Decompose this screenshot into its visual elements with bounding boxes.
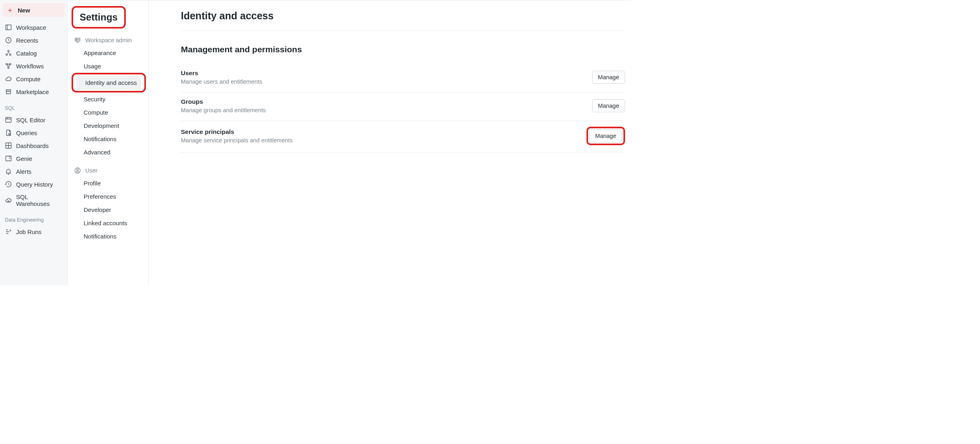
- settings-item-linked-accounts[interactable]: Linked accounts: [72, 216, 146, 230]
- clock-icon: [5, 37, 12, 44]
- admin-icon: [74, 37, 81, 44]
- annotation-highlight: Identity and access: [72, 73, 146, 92]
- storefront-icon: [5, 88, 12, 95]
- settings-item-security[interactable]: Security: [72, 92, 146, 106]
- sidebar-item-label: Alerts: [16, 168, 31, 175]
- sidebar-item-label: Queries: [16, 130, 37, 136]
- settings-item-label: Security: [84, 96, 105, 103]
- settings-item-appearance[interactable]: Appearance: [72, 46, 146, 60]
- row-title: Users: [181, 70, 262, 77]
- settings-item-profile[interactable]: Profile: [72, 177, 146, 190]
- dashboard-icon: [5, 142, 12, 149]
- settings-group-user: User: [72, 159, 146, 177]
- settings-item-compute[interactable]: Compute: [72, 106, 146, 119]
- sidebar-item-label: Marketplace: [16, 88, 49, 95]
- catalog-icon: [5, 49, 12, 57]
- manage-groups-button[interactable]: Manage: [592, 99, 625, 112]
- sidebar-item-label: Workflows: [16, 63, 44, 70]
- sidebar-item-label: Job Runs: [16, 228, 41, 235]
- divider: [181, 31, 625, 31]
- page-title: Identity and access: [181, 10, 625, 22]
- settings-item-label: Linked accounts: [84, 220, 127, 226]
- sidebar-item-sql-warehouses[interactable]: SQL Warehouses: [2, 191, 65, 210]
- sidebar-item-label: Dashboards: [16, 142, 49, 149]
- svg-point-14: [77, 169, 79, 171]
- settings-group-label: User: [85, 167, 98, 174]
- settings-item-label: Notifications: [84, 233, 117, 240]
- job-runs-icon: [5, 228, 12, 235]
- sidebar-item-label: Catalog: [16, 50, 37, 57]
- settings-group-workspace-admin: Workspace admin: [72, 29, 146, 46]
- row-title: Service principals: [181, 128, 293, 136]
- settings-item-identity-and-access[interactable]: Identity and access: [72, 73, 146, 92]
- settings-item-notifications[interactable]: Notifications: [72, 132, 146, 146]
- sidebar-item-label: Recents: [16, 37, 38, 44]
- sidebar-item-genie[interactable]: Genie: [2, 152, 65, 165]
- settings-title: Settings: [76, 9, 121, 25]
- history-icon: [5, 181, 12, 188]
- queries-icon: [5, 129, 12, 136]
- settings-item-development[interactable]: Development: [72, 119, 146, 132]
- settings-item-label: Compute: [84, 109, 108, 116]
- workspace-icon: [5, 24, 12, 31]
- sidebar-item-dashboards[interactable]: Dashboards: [2, 139, 65, 152]
- sidebar-item-label: SQL Warehouses: [16, 193, 62, 207]
- settings-item-notifications-user[interactable]: Notifications: [72, 230, 146, 243]
- row-subtitle: Manage groups and entitlements: [181, 107, 266, 113]
- settings-item-label: Appearance: [84, 49, 116, 56]
- workflows-icon: [5, 62, 12, 70]
- settings-item-preferences[interactable]: Preferences: [72, 190, 146, 203]
- settings-item-label: Profile: [84, 180, 101, 187]
- settings-item-label: Identity and access: [76, 76, 141, 89]
- sidebar-item-queries[interactable]: Queries: [2, 126, 65, 139]
- svg-rect-8: [6, 117, 11, 122]
- row-users: Users Manage users and entitlements Mana…: [181, 64, 625, 92]
- sidebar-item-sql-editor[interactable]: SQL Editor: [2, 113, 65, 126]
- user-icon: [74, 167, 81, 174]
- settings-item-label: Development: [84, 122, 119, 129]
- annotation-highlight: Manage: [586, 127, 625, 145]
- settings-item-usage[interactable]: Usage: [72, 60, 146, 73]
- sql-editor-icon: [5, 116, 12, 123]
- new-button[interactable]: ＋ New: [2, 3, 65, 17]
- row-subtitle: Manage service principals and entitlemen…: [181, 137, 293, 144]
- manage-service-principals-button[interactable]: Manage: [589, 130, 622, 142]
- sidebar-item-workspace[interactable]: Workspace: [2, 21, 65, 34]
- sidebar-item-label: Workspace: [16, 24, 46, 31]
- settings-item-label: Preferences: [84, 193, 116, 200]
- sidebar-item-job-runs[interactable]: Job Runs: [2, 225, 65, 238]
- sidebar-item-label: Query History: [16, 181, 53, 188]
- svg-rect-0: [6, 25, 11, 30]
- svg-point-7: [8, 67, 9, 69]
- sidebar-item-marketplace[interactable]: Marketplace: [2, 85, 65, 98]
- sidebar-item-alerts[interactable]: Alerts: [2, 165, 65, 178]
- settings-item-developer[interactable]: Developer: [72, 203, 146, 216]
- warehouse-icon: [5, 197, 12, 204]
- svg-point-9: [8, 133, 10, 135]
- sidebar-item-catalog[interactable]: Catalog: [2, 47, 65, 60]
- row-groups: Groups Manage groups and entitlements Ma…: [181, 92, 625, 121]
- settings-item-label: Developer: [84, 206, 111, 213]
- primary-sidebar: ＋ New Workspace Recents Catalog Workfl: [0, 0, 68, 286]
- sidebar-item-recents[interactable]: Recents: [2, 34, 65, 47]
- section-label-data-engineering: Data Engineering: [2, 210, 65, 225]
- bell-icon: [5, 168, 12, 175]
- row-subtitle: Manage users and entitlements: [181, 78, 262, 85]
- sidebar-item-label: Compute: [16, 76, 41, 82]
- row-service-principals: Service principals Manage service princi…: [181, 121, 625, 153]
- cloud-icon: [5, 75, 12, 82]
- settings-item-label: Usage: [84, 63, 101, 70]
- sidebar-item-query-history[interactable]: Query History: [2, 178, 65, 191]
- section-label-sql: SQL: [2, 98, 65, 113]
- manage-users-button[interactable]: Manage: [592, 71, 625, 84]
- settings-item-advanced[interactable]: Advanced: [72, 146, 146, 159]
- sidebar-item-compute[interactable]: Compute: [2, 72, 65, 85]
- sidebar-item-label: Genie: [16, 155, 32, 162]
- svg-rect-11: [6, 156, 11, 161]
- new-button-label: New: [18, 7, 30, 14]
- svg-point-2: [8, 50, 9, 52]
- settings-sidebar: Settings Workspace admin Appearance Usag…: [68, 0, 149, 286]
- sidebar-item-workflows[interactable]: Workflows: [2, 60, 65, 72]
- plus-icon: ＋: [6, 6, 14, 14]
- settings-item-label: Notifications: [84, 136, 117, 142]
